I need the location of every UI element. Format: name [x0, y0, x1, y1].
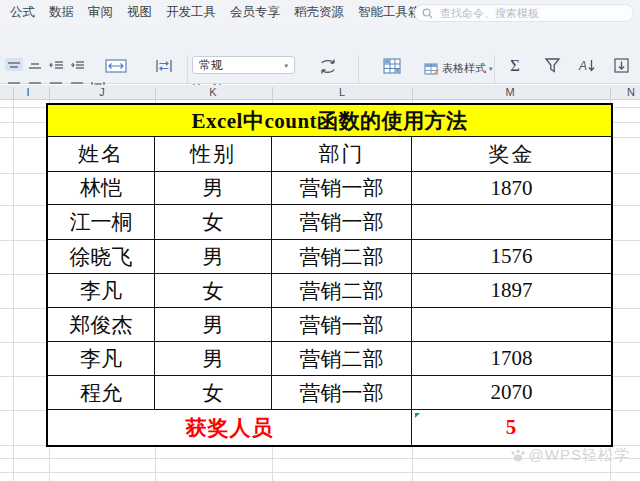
table-style-label: 表格样式	[442, 61, 486, 76]
menu-formulas[interactable]: 公式	[10, 4, 35, 21]
header-cell-gender[interactable]: 性别	[155, 137, 272, 172]
chevron-down-icon: ▾	[284, 62, 288, 69]
ribbon-toolbar: 合并居中▾ 自动换行 常规 ▾ ¥▾ % 000 ←.0 .00→ 类型转换▾ …	[0, 25, 640, 84]
header-cell-department[interactable]: 部门	[272, 137, 412, 172]
decrease-indent-icon[interactable]	[47, 58, 65, 71]
valign-bottom-icon[interactable]	[26, 58, 44, 71]
cell[interactable]: 林恺	[48, 172, 155, 205]
cell[interactable]: 男	[155, 308, 272, 342]
cell[interactable]: 男	[155, 342, 272, 376]
column-header-strip: I J K L M N	[0, 85, 640, 100]
formula-indicator-triangle	[415, 413, 420, 418]
svg-text:A: A	[578, 59, 587, 73]
table-title-cell[interactable]: Excel中count函数的使用方法	[48, 105, 611, 137]
valign-center-icon[interactable]	[5, 58, 23, 71]
column-divider	[13, 87, 14, 99]
column-divider	[155, 87, 156, 99]
search-icon	[422, 8, 433, 19]
cell[interactable]: 2070	[412, 376, 611, 410]
command-search-box[interactable]	[414, 4, 634, 22]
increase-indent-icon[interactable]	[68, 58, 86, 71]
cell[interactable]: 1708	[412, 342, 611, 376]
cell[interactable]: 1897	[412, 274, 611, 308]
table-style-icon	[424, 63, 439, 75]
footer-count-cell[interactable]: 5	[412, 410, 611, 445]
cell[interactable]: 营销一部	[272, 205, 412, 240]
column-header-n[interactable]: N	[627, 86, 635, 98]
menu-smart-toolbox[interactable]: 智能工具箱	[358, 4, 421, 21]
conditional-format-icon	[382, 57, 402, 75]
cell[interactable]: 营销二部	[272, 342, 412, 376]
cell[interactable]: 李凡	[48, 342, 155, 376]
column-divider	[610, 87, 611, 99]
cell[interactable]: 营销一部	[272, 172, 412, 205]
table-style-button[interactable]: 表格样式 ▾	[424, 61, 493, 76]
alignment-group-top	[5, 58, 86, 71]
cell[interactable]: 女	[155, 274, 272, 308]
gridline	[0, 472, 640, 473]
number-format-value: 常规	[199, 57, 223, 74]
funnel-icon	[544, 57, 561, 74]
column-divider	[412, 87, 413, 99]
footer-label-cell[interactable]: 获奖人员	[48, 410, 412, 445]
column-header-i[interactable]: I	[26, 86, 29, 98]
cell[interactable]: 江一桐	[48, 205, 155, 240]
cell[interactable]: 1870	[412, 172, 611, 205]
cell[interactable]: 李凡	[48, 274, 155, 308]
menu-docer-resources[interactable]: 稻壳资源	[294, 4, 344, 21]
sort-az-icon: A	[578, 57, 596, 74]
column-divider	[272, 87, 273, 99]
watermark: @WPS轻松学	[510, 446, 630, 465]
column-divider	[49, 87, 50, 99]
search-input[interactable]	[438, 6, 626, 20]
cell[interactable]: 男	[155, 240, 272, 274]
data-table: Excel中count函数的使用方法 姓名 性别 部门 奖金 林恺 男 营销一部…	[46, 103, 613, 447]
column-header-k[interactable]: K	[209, 86, 216, 98]
merge-center-icon	[104, 57, 128, 75]
cell[interactable]: 营销一部	[272, 308, 412, 342]
cell[interactable]	[412, 308, 611, 342]
cell[interactable]: 女	[155, 376, 272, 410]
cell[interactable]: 郑俊杰	[48, 308, 155, 342]
wrap-text-icon	[153, 57, 175, 75]
menu-data[interactable]: 数据	[49, 4, 74, 21]
fill-down-icon	[613, 57, 630, 74]
menu-membership[interactable]: 会员专享	[230, 4, 280, 21]
cell[interactable]: 营销二部	[272, 240, 412, 274]
cell[interactable]: 程允	[48, 376, 155, 410]
cell[interactable]: 男	[155, 172, 272, 205]
header-cell-name[interactable]: 姓名	[48, 137, 155, 172]
column-header-l[interactable]: L	[339, 86, 345, 98]
cell[interactable]: 营销二部	[272, 274, 412, 308]
column-header-m[interactable]: M	[505, 86, 514, 98]
number-format-dropdown[interactable]: 常规 ▾	[192, 56, 295, 74]
cell[interactable]: 营销一部	[272, 376, 412, 410]
menu-dev-tools[interactable]: 开发工具	[166, 4, 216, 21]
gridline	[13, 100, 14, 481]
column-header-j[interactable]: J	[99, 86, 105, 98]
header-cell-bonus[interactable]: 奖金	[412, 137, 611, 172]
sigma-icon: Σ	[510, 57, 520, 74]
watermark-text: @WPS轻松学	[529, 446, 630, 465]
cell[interactable]	[412, 205, 611, 240]
paw-icon	[510, 448, 526, 463]
type-convert-icon	[317, 57, 339, 76]
menu-review[interactable]: 审阅	[88, 4, 113, 21]
chevron-down-icon: ▾	[489, 65, 493, 72]
cell[interactable]: 1576	[412, 240, 611, 274]
cell[interactable]: 女	[155, 205, 272, 240]
cell[interactable]: 徐晓飞	[48, 240, 155, 274]
menu-view[interactable]: 视图	[127, 4, 152, 21]
